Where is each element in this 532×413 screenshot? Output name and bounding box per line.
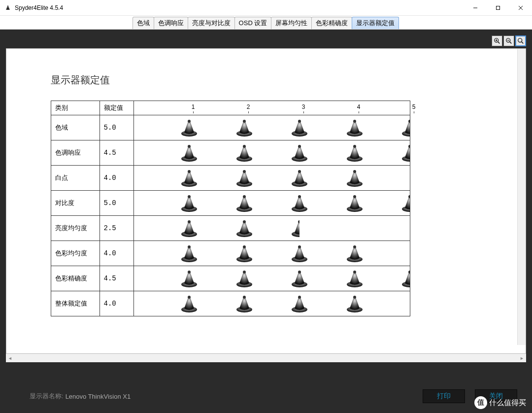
svg-point-57 — [298, 220, 299, 223]
svg-point-81 — [298, 296, 301, 299]
spyder-icon — [234, 218, 254, 238]
svg-point-45 — [243, 195, 246, 198]
category-cell: 亮度均匀度 — [51, 216, 100, 241]
svg-point-41 — [353, 170, 356, 173]
spyder-icon — [345, 143, 365, 163]
spyder-icon — [400, 143, 410, 163]
svg-point-75 — [408, 271, 410, 274]
svg-point-47 — [298, 195, 301, 198]
svg-point-33 — [408, 145, 410, 148]
col-rating-header: 额定值 — [100, 101, 133, 115]
spyder-icon — [234, 193, 254, 213]
svg-point-55 — [243, 220, 246, 223]
tab-2[interactable]: 亮度与对比度 — [188, 17, 235, 29]
spyder-icon — [234, 143, 254, 163]
rating-value-cell: 4.5 — [100, 140, 133, 166]
monitor-name-label: 显示器名称: — [30, 392, 64, 401]
svg-point-0 — [7, 8, 9, 10]
rating-icons-cell — [134, 115, 410, 140]
svg-point-27 — [243, 145, 246, 148]
table-row: 整体额定值4.0 — [51, 291, 410, 316]
svg-point-79 — [243, 296, 246, 299]
zoom-in-button[interactable] — [492, 35, 502, 46]
svg-point-73 — [353, 271, 356, 274]
scale-tick: 4 — [357, 103, 361, 110]
scroll-right-arrow[interactable]: ► — [518, 354, 526, 362]
spyder-icon — [179, 193, 199, 213]
tab-3[interactable]: OSD 设置 — [234, 17, 272, 29]
maximize-button[interactable] — [487, 0, 509, 16]
rating-icons-cell — [134, 216, 410, 241]
table-row: 亮度均匀度2.5 — [51, 216, 410, 241]
scale-tick: 1 — [192, 103, 195, 110]
watermark-text: 什么值得买 — [489, 398, 526, 408]
spyder-icon — [290, 118, 309, 138]
rating-value-cell: 5.0 — [100, 191, 133, 216]
svg-point-51 — [408, 195, 410, 198]
table-row: 白点4.0 — [51, 166, 410, 191]
rating-icons-cell — [134, 166, 410, 191]
tab-6[interactable]: 显示器额定值 — [352, 17, 399, 29]
app-icon — [4, 4, 12, 12]
svg-point-83 — [353, 296, 356, 299]
scale-tick: 5 — [412, 103, 416, 110]
rating-value-cell: 4.0 — [100, 241, 133, 266]
svg-point-67 — [188, 271, 191, 274]
category-cell: 色彩精确度 — [51, 266, 100, 291]
vertical-scrollbar[interactable] — [517, 49, 526, 345]
svg-point-17 — [243, 120, 246, 123]
print-button[interactable]: 打印 — [423, 389, 465, 403]
rating-icons-cell — [134, 191, 410, 216]
table-row: 对比度5.0 — [51, 191, 410, 216]
spyder-icon — [290, 243, 309, 263]
table-row: 色调响应4.5 — [51, 140, 410, 166]
scale-tick: 3 — [302, 103, 305, 110]
scroll-left-arrow[interactable]: ◄ — [6, 354, 14, 362]
minimize-button[interactable] — [464, 0, 487, 16]
spyder-icon — [234, 168, 254, 188]
close-button[interactable] — [509, 0, 532, 16]
category-cell: 色彩均匀度 — [51, 241, 100, 266]
zoom-fit-button[interactable] — [515, 35, 526, 46]
tab-1[interactable]: 色调响应 — [154, 17, 188, 29]
spyder-icon — [234, 294, 254, 313]
rating-icons-cell — [134, 140, 410, 166]
spyder-icon — [345, 243, 365, 263]
spyder-icon — [290, 269, 309, 288]
tab-4[interactable]: 屏幕均匀性 — [271, 17, 312, 29]
svg-point-35 — [188, 170, 191, 173]
category-cell: 色域 — [51, 115, 100, 140]
document-content: 显示器额定值 类别 额定值 12345 色域5.0色调响应4.5白点4.0对比度… — [6, 49, 526, 336]
svg-point-37 — [243, 170, 246, 173]
spyder-icon — [234, 243, 254, 263]
spyder-icon — [400, 193, 410, 213]
monitor-name-value: Lenovo ThinkVision X1 — [66, 393, 131, 400]
category-cell: 整体额定值 — [51, 291, 100, 316]
horizontal-scrollbar[interactable]: ◄ ► — [6, 354, 526, 362]
rating-value-cell: 5.0 — [100, 115, 133, 140]
spyder-icon — [290, 294, 309, 313]
spyder-icon — [400, 269, 410, 288]
svg-point-59 — [188, 245, 191, 248]
svg-point-15 — [188, 120, 191, 123]
scale-header: 12345 — [138, 103, 406, 113]
spyder-icon — [234, 118, 254, 138]
rating-value-cell: 2.5 — [100, 216, 133, 241]
spyder-icon — [345, 118, 365, 138]
svg-point-29 — [298, 145, 301, 148]
svg-point-23 — [408, 120, 410, 123]
spyder-icon — [345, 168, 365, 188]
spyder-icon — [345, 193, 365, 213]
rating-value-cell: 4.0 — [100, 291, 133, 316]
category-cell: 色调响应 — [51, 140, 100, 166]
spyder-icon — [290, 193, 309, 213]
svg-point-69 — [243, 271, 246, 274]
table-row: 色彩均匀度4.0 — [51, 241, 410, 266]
tab-5[interactable]: 色彩精确度 — [311, 17, 352, 29]
tab-0[interactable]: 色域 — [133, 17, 154, 29]
zoom-out-button[interactable] — [503, 35, 514, 46]
page-title: 显示器额定值 — [51, 73, 481, 87]
spyder-icon — [179, 168, 199, 188]
svg-point-19 — [298, 120, 301, 123]
svg-point-53 — [188, 220, 191, 223]
